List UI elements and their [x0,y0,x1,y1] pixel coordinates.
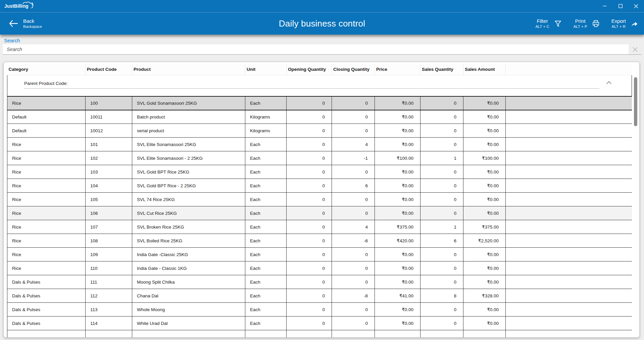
cell-sales_quantity: 0 [420,206,463,220]
minimize-button[interactable] [597,0,612,12]
table-row[interactable]: Default10011Batch productKilograms00₹0.0… [7,110,632,124]
column-header-opening-quantity[interactable]: Opening Quantity [287,64,332,75]
cell-sales_quantity: 6 [420,234,463,248]
column-header-product-code[interactable]: Product Code [86,64,132,75]
cell-opening_quantity: 0 [287,179,332,193]
column-header-product[interactable]: Product [132,64,245,75]
vertical-scrollbar-thumb[interactable] [634,77,637,126]
cell-sales_quantity: 0 [420,248,463,261]
cell-product: serial product [132,124,245,138]
cell-closing_quantity: 0 [332,110,375,124]
cell-price: ₹0.00 [375,193,420,206]
table-row[interactable]: Rice102SVL Elite Sonamasoori - 2 25KGEac… [7,151,632,165]
table-row[interactable]: Rice103SVL Gold BPT Rice 25KGEach00₹0.00… [7,165,632,179]
cell-opening_quantity: 0 [287,220,332,234]
window-controls [597,0,644,12]
cell-empty [375,330,420,338]
cell-sales_quantity: 1 [420,220,463,234]
cell-opening_quantity: 0 [287,275,332,289]
cell-product_code: 108 [86,234,132,248]
clear-search-button[interactable] [629,44,641,54]
cell-product_code: 10011 [86,110,132,124]
table-row[interactable]: Dals & Pulses112Chana DalEach0-8₹41.008₹… [7,289,632,303]
cell-sales_amount: ₹0.00 [463,110,506,124]
cell-closing_quantity: -1 [332,151,375,165]
cell-product_code: 114 [86,317,132,330]
cell-category: Dals & Pulses [7,317,86,330]
cell-unit: Kilograms [245,110,287,124]
cell-opening_quantity: 0 [287,234,332,248]
column-header-price[interactable]: Price [375,64,420,75]
cell-unit: Each [245,261,287,275]
filter-icon [554,19,562,28]
cell-price: ₹0.00 [375,110,420,124]
column-header-sales-amount[interactable]: Sales Amount [463,64,506,75]
cell-product: SVL Broken Rice 25KG [132,220,245,234]
cell-category: Dals & Pulses [7,303,86,317]
table-row[interactable]: Rice104SVL Gold BPT Rice - 2 25KGEach06₹… [7,179,632,193]
table-row[interactable]: Dals & Pulses114White Urad DalEach00₹0.0… [7,317,632,330]
column-header-sales-quantity[interactable]: Sales Quantity [420,64,463,75]
table-row[interactable]: Rice108SVL Boiled Rice 25KGEach0-6₹420.0… [7,234,632,248]
cell-sales_quantity: 0 [420,275,463,289]
cell-unit: Kilograms [245,124,287,138]
column-header-category[interactable]: Category [7,64,86,75]
chevron-up-icon [606,81,612,85]
cell-filler [506,261,632,275]
cell-price: ₹0.00 [375,96,420,110]
cell-filler [506,317,632,330]
cell-unit: Each [245,193,287,206]
print-button[interactable]: Print ALT + P [574,18,600,29]
cell-product: SVL Gold BPT Rice - 2 25KG [132,179,245,193]
cell-price: ₹0.00 [375,165,420,179]
cell-category: Rice [7,206,86,220]
filter-button[interactable]: Filter ALT + C [535,18,562,29]
command-actions: Filter ALT + C Print ALT + P Export ALT … [535,18,644,29]
search-input[interactable] [3,44,629,54]
table-row[interactable]: Rice105SVL 74 Rice 25KGEach00₹0.000₹0.00 [7,193,632,206]
table-row[interactable]: Rice106SVL Cut Rice 25KGEach00₹0.000₹0.0… [7,206,632,220]
cell-filler [506,138,632,151]
back-button[interactable]: Back Backspace [9,18,42,29]
close-button[interactable] [628,0,644,12]
cell-sales_amount: ₹0.00 [463,206,506,220]
cell-sales_amount: ₹0.00 [463,138,506,151]
table-row[interactable]: Rice101SVL Elite Sonamasoori 25KGEach04₹… [7,138,632,151]
table-row[interactable]: Rice100SVL Gold Sonamasoori 25KGEach00₹0… [7,96,632,110]
column-header-unit[interactable]: Unit [245,64,287,75]
export-button[interactable]: Export ALT + R [611,18,639,29]
cell-product: Moong Split Chilka [132,275,245,289]
clear-search-icon [632,46,638,53]
cell-product: Whole Moong [132,303,245,317]
table-row[interactable]: Dals & Pulses111Moong Split ChilkaEach00… [7,275,632,289]
table-row[interactable]: Rice109India Gate -Classic 25KGEach00₹0.… [7,248,632,261]
cell-closing_quantity: 0 [332,165,375,179]
column-header-closing-quantity[interactable]: Closing Quantity [332,64,375,75]
cell-sales_quantity: 8 [420,289,463,303]
cell-opening_quantity: 0 [287,206,332,220]
cell-product_code: 105 [86,193,132,206]
justbilling-logo: JustBilling [3,1,44,11]
table-row[interactable]: Rice107SVL Broken Rice 25KGEach04₹375.00… [7,220,632,234]
maximize-button[interactable] [612,0,628,12]
cell-unit: Each [245,206,287,220]
cell-filler [506,330,632,338]
cell-product_code: 103 [86,165,132,179]
cell-opening_quantity: 0 [287,289,332,303]
cell-closing_quantity: 0 [332,275,375,289]
cell-closing_quantity: 0 [332,206,375,220]
cell-empty [463,330,506,338]
table-row[interactable]: Dals & Pulses113Whole MoongEach00₹0.000₹… [7,303,632,317]
cell-price: ₹0.00 [375,124,420,138]
maximize-icon [618,4,623,8]
table-row[interactable]: Default10012serial productKilograms00₹0.… [7,124,632,138]
collapse-group-button[interactable] [606,81,612,86]
cell-sales_amount: ₹0.00 [463,96,506,110]
export-shortcut: ALT + R [612,24,626,29]
table-row[interactable]: Rice110India Gate - Classic 1KGEach00₹0.… [7,261,632,275]
cell-sales_amount: ₹0.00 [463,124,506,138]
cell-product_code: 102 [86,151,132,165]
group-row-inner: Parent Product Code: [12,75,632,96]
cell-closing_quantity: 4 [332,220,375,234]
table-row-partial[interactable] [7,330,632,338]
